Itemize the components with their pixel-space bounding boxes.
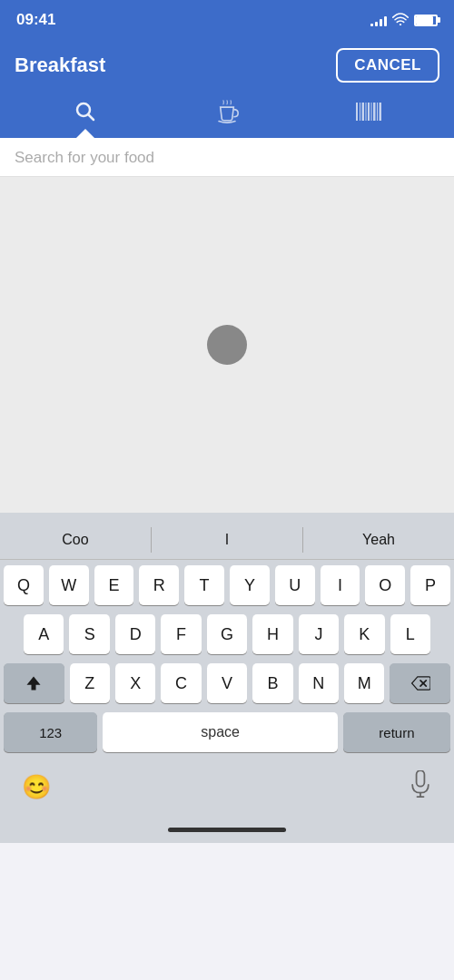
key-l[interactable]: L <box>390 614 430 654</box>
tab-search[interactable] <box>15 91 156 138</box>
search-placeholder: Search for your food <box>15 149 154 166</box>
delete-key[interactable] <box>390 663 450 703</box>
status-bar: 09:41 <box>0 0 454 40</box>
svg-rect-7 <box>368 103 370 121</box>
key-w[interactable]: W <box>49 565 89 605</box>
key-c[interactable]: C <box>161 663 201 703</box>
key-rows: Q W E R T Y U I O P A S D F G H J K L <box>0 560 454 765</box>
key-q[interactable]: Q <box>4 565 44 605</box>
page-title: Breakfast <box>15 54 105 77</box>
svg-rect-11 <box>380 103 382 121</box>
suggestion-yeah[interactable]: Yeah <box>303 520 454 559</box>
home-indicator <box>0 816 454 843</box>
keyboard: Coo I Yeah Q W E R T Y U I O P A S D F G… <box>0 513 454 816</box>
svg-rect-6 <box>366 103 367 121</box>
key-d[interactable]: D <box>115 614 155 654</box>
suggestion-coo[interactable]: Coo <box>0 520 151 559</box>
svg-rect-14 <box>417 770 425 787</box>
home-bar <box>168 828 286 832</box>
key-s[interactable]: S <box>69 614 109 654</box>
status-icons <box>370 13 438 28</box>
key-x[interactable]: X <box>115 663 155 703</box>
svg-rect-3 <box>356 103 358 121</box>
key-r[interactable]: R <box>139 565 179 605</box>
key-f[interactable]: F <box>161 614 201 654</box>
key-k[interactable]: K <box>344 614 384 654</box>
num-key[interactable]: 123 <box>4 712 97 752</box>
key-row-4: 123 space return <box>4 712 450 752</box>
key-h[interactable]: H <box>252 614 292 654</box>
svg-rect-9 <box>373 103 376 121</box>
key-z[interactable]: Z <box>70 663 110 703</box>
svg-point-0 <box>400 23 401 24</box>
space-key[interactable]: space <box>103 712 337 752</box>
battery-icon <box>414 15 438 26</box>
tab-bar <box>0 91 454 138</box>
key-y[interactable]: Y <box>230 565 270 605</box>
shift-key[interactable] <box>4 663 64 703</box>
suggestion-i[interactable]: I <box>152 520 302 559</box>
key-m[interactable]: M <box>344 663 384 703</box>
return-key[interactable]: return <box>343 712 450 752</box>
search-area[interactable]: Search for your food <box>0 138 454 177</box>
key-b[interactable]: B <box>252 663 292 703</box>
emoji-icon[interactable]: 😊 <box>22 773 51 801</box>
key-row-3: Z X C V B N M <box>4 663 450 703</box>
key-row-2: A S D F G H J K L <box>4 614 450 654</box>
key-i[interactable]: I <box>321 565 360 605</box>
key-a[interactable]: A <box>24 614 64 654</box>
key-row-1: Q W E R T Y U I O P <box>4 565 450 605</box>
key-j[interactable]: J <box>299 614 339 654</box>
cook-tab-icon <box>215 100 239 129</box>
key-o[interactable]: O <box>365 565 405 605</box>
key-g[interactable]: G <box>207 614 247 654</box>
svg-rect-8 <box>371 103 372 121</box>
key-e[interactable]: E <box>94 565 134 605</box>
loading-indicator <box>207 325 247 365</box>
svg-rect-4 <box>360 103 360 121</box>
cancel-button[interactable]: CANCEL <box>336 48 439 83</box>
barcode-tab-icon <box>356 102 381 127</box>
tab-cook[interactable] <box>156 91 298 138</box>
svg-rect-10 <box>377 103 378 121</box>
key-p[interactable]: P <box>410 565 450 605</box>
key-t[interactable]: T <box>184 565 224 605</box>
signal-icon <box>370 14 387 26</box>
status-time: 09:41 <box>16 11 55 29</box>
svg-rect-5 <box>362 103 365 121</box>
search-tab-icon <box>74 101 96 128</box>
key-u[interactable]: U <box>275 565 315 605</box>
key-n[interactable]: N <box>299 663 339 703</box>
suggestions-row: Coo I Yeah <box>0 520 454 560</box>
key-v[interactable]: V <box>207 663 247 703</box>
svg-line-2 <box>89 115 94 121</box>
content-area <box>0 177 454 513</box>
keyboard-bottom-bar: 😊 <box>0 765 454 816</box>
tab-barcode[interactable] <box>298 91 439 138</box>
mic-icon[interactable] <box>409 770 432 804</box>
header: Breakfast CANCEL <box>0 40 454 91</box>
wifi-icon <box>392 13 409 28</box>
